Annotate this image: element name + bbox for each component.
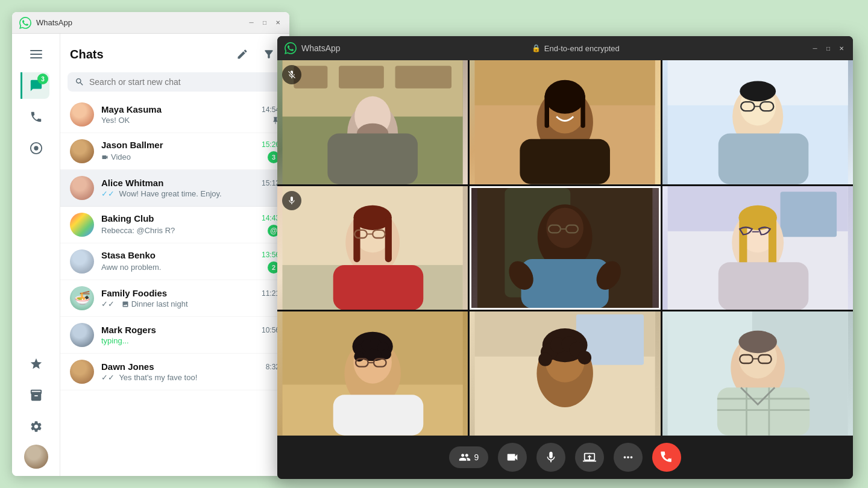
whatsapp-video-logo-icon (285, 42, 297, 54)
video-cell-8 (470, 311, 660, 436)
chat-name: Alice Whitman (101, 178, 163, 188)
search-input[interactable] (89, 77, 275, 87)
chat-name: Maya Kasuma (101, 104, 162, 114)
svg-rect-18 (520, 139, 611, 184)
svg-rect-17 (581, 94, 585, 128)
video-close-button[interactable]: ✕ (837, 44, 846, 52)
status-icon (30, 142, 43, 155)
sidebar-bottom (23, 351, 49, 469)
filter-icon (263, 48, 275, 60)
video-titlebar: WhatsApp 🔒 End-to-end encrypted ─ □ ✕ (277, 36, 853, 60)
lock-icon: 🔒 (532, 44, 541, 52)
svg-point-15 (545, 80, 585, 114)
filter-button[interactable] (258, 43, 280, 65)
mute-icon-4 (287, 196, 297, 205)
list-item[interactable]: Dawn Jones 8:32 ✓✓ Yes that's my fave to… (60, 354, 289, 390)
archived-icon (30, 389, 43, 402)
svg-rect-34 (385, 217, 392, 262)
list-item[interactable]: 🍜 Family Foodies 11:21 ✓✓ Dinner last ni… (60, 280, 289, 317)
chat-preview: Video (101, 152, 131, 161)
minimize-button[interactable]: ─ (247, 19, 256, 27)
header-icons (231, 43, 280, 65)
calls-icon (30, 110, 43, 124)
svg-point-1 (34, 146, 38, 150)
svg-point-26 (740, 81, 776, 102)
sidebar-item-settings[interactable] (23, 413, 49, 440)
video-cell-4 (277, 186, 468, 310)
svg-point-90 (738, 331, 777, 353)
window-controls: ─ □ ✕ (247, 19, 282, 27)
list-item[interactable]: Stasa Benko 13:56 Aww no problem. 2 (60, 243, 289, 280)
video-minimize-button[interactable]: ─ (811, 44, 819, 52)
video-cell-2 (470, 60, 660, 184)
sidebar-item-calls[interactable] (23, 104, 49, 130)
chat-name: Dawn Jones (101, 361, 154, 372)
participants-count: 9 (474, 452, 479, 462)
avatar (70, 139, 94, 163)
video-call-window: WhatsApp 🔒 End-to-end encrypted ─ □ ✕ (277, 36, 853, 479)
chats-title: Chats (70, 48, 104, 61)
end-call-button[interactable] (652, 443, 681, 472)
more-options-icon (621, 451, 635, 464)
maximize-button[interactable]: □ (260, 19, 269, 27)
avatar (70, 323, 94, 347)
svg-rect-94 (717, 388, 810, 436)
new-chat-button[interactable] (231, 43, 253, 65)
settings-icon (30, 420, 43, 433)
avatar (70, 102, 94, 127)
chat-list: Maya Kasuma 14:54 Yes! OK (60, 96, 289, 476)
chat-preview: Rebecca: @Chris R? (101, 226, 175, 235)
svg-point-68 (381, 349, 391, 360)
sidebar-item-archived[interactable] (23, 382, 49, 408)
chat-preview: Yes! OK (101, 116, 130, 125)
sidebar: 3 (12, 34, 60, 476)
video-toggle-button[interactable] (498, 443, 527, 472)
video-window-controls: ─ □ ✕ (811, 44, 846, 52)
chat-name: Baking Club (101, 213, 154, 224)
sidebar-item-starred[interactable] (23, 351, 49, 377)
participant-video-8 (470, 311, 660, 436)
more-options-button[interactable] (614, 443, 643, 472)
sidebar-item-chats[interactable]: 3 (20, 72, 49, 99)
call-controls-bar: 9 (277, 436, 853, 479)
svg-point-85 (578, 351, 591, 364)
chat-info: Stasa Benko 13:56 Aww no problem. 2 (101, 250, 280, 274)
screen-share-button[interactable] (575, 443, 604, 472)
avatar (70, 213, 94, 237)
chat-list-panel: Chats (60, 34, 289, 476)
svg-rect-56 (769, 217, 776, 268)
video-preview-icon (101, 154, 108, 161)
close-button[interactable]: ✕ (274, 19, 282, 27)
chat-name: Jason Ballmer (101, 140, 163, 150)
sidebar-item-status[interactable] (23, 135, 49, 161)
svg-rect-70 (333, 395, 424, 436)
participant-video-4 (277, 186, 468, 310)
mute-indicator-1 (282, 65, 301, 84)
encryption-text: End-to-end encrypted (544, 44, 620, 53)
participants-button[interactable]: 9 (449, 446, 489, 468)
mic-icon (544, 451, 558, 464)
video-app-name: WhatsApp (301, 43, 341, 53)
user-avatar[interactable] (24, 445, 48, 469)
chat-name: Stasa Benko (101, 250, 156, 260)
svg-point-69 (354, 352, 364, 362)
list-item[interactable]: Mark Rogers 10:56 typing... (60, 317, 289, 354)
svg-rect-5 (339, 66, 384, 88)
list-item[interactable]: Jason Ballmer 15:26 Video 3 (60, 133, 289, 170)
sidebar-menu-icon[interactable] (23, 41, 49, 67)
mic-button[interactable] (536, 443, 565, 472)
video-cell-3 (662, 60, 853, 184)
svg-point-84 (539, 353, 552, 366)
list-item[interactable]: Baking Club 14:43 Rebecca: @Chris R? @ (60, 207, 289, 243)
svg-rect-10 (327, 134, 418, 184)
list-item[interactable]: Alice Whitman 15:12 ✓✓ Wow! Have great t… (60, 170, 289, 207)
photo-icon (122, 301, 129, 308)
participant-video-9 (662, 311, 853, 436)
main-window: WhatsApp ─ □ ✕ (12, 12, 289, 476)
video-maximize-button[interactable]: □ (824, 44, 832, 52)
end-call-icon (660, 451, 673, 464)
titlebar-app-name: WhatsApp (36, 18, 72, 27)
participant-video-1 (277, 60, 468, 184)
list-item[interactable]: Maya Kasuma 14:54 Yes! OK (60, 96, 289, 133)
video-grid (277, 60, 853, 436)
